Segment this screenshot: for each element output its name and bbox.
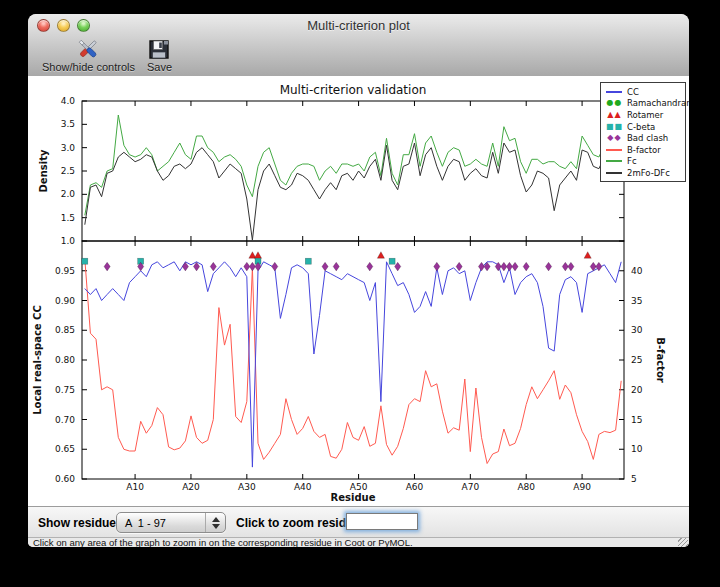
controls-bar: Show residues: A 1 - 97 Click to zoom re…: [28, 506, 689, 537]
b-factor-tick-label: 30: [631, 325, 643, 335]
bad-clash-marker: [333, 262, 339, 271]
legend-entry: ●●Ramachandran: [601, 98, 685, 110]
y-tick-label: 2.0: [61, 189, 76, 199]
chain-range-select[interactable]: A 1 - 97: [116, 512, 226, 533]
legend-swatch-triangle: ▲▲: [601, 111, 627, 119]
y-tick-label: 1.0: [61, 236, 76, 246]
y-tick-label: 1.5: [61, 213, 75, 223]
legend-entry: 2mFo-DFc: [601, 167, 685, 179]
bad-clash-marker: [523, 262, 529, 271]
x-tick-label: A20: [182, 482, 200, 492]
c-beta-marker: [389, 258, 395, 264]
cc-axis-label: Local real-space CC: [32, 305, 43, 415]
x-tick-label: A30: [238, 482, 256, 492]
rotamer-marker: [377, 252, 384, 259]
legend-entry: B-factor: [601, 144, 685, 156]
b-factor-tick-label: 25: [631, 355, 642, 365]
bad-clash-marker: [322, 262, 328, 271]
plot-legend: CC●●Ramachandran▲▲Rotamer■■C-beta◆◆Bad c…: [600, 82, 686, 182]
zoom-residue-label: Click to zoom residue:: [236, 516, 364, 530]
tools-icon: [75, 37, 101, 61]
y-tick-label: 4.0: [61, 96, 76, 106]
y-tick-label: 0.75: [55, 385, 75, 395]
legend-entry: ◆◆Bad clash: [601, 132, 685, 144]
toolbar: Show/hide controls Save: [28, 36, 689, 76]
b-factor-tick-label: 20: [631, 385, 643, 395]
titlebar[interactable]: Multi-criterion plot: [28, 14, 689, 36]
legend-label: Fc: [627, 156, 637, 166]
bad-clash-marker: [367, 262, 373, 271]
y-tick-label: 0.85: [55, 325, 75, 335]
legend-entry: ■■C-beta: [601, 121, 685, 133]
bad-clash-marker: [434, 262, 440, 271]
legend-swatch-line: [601, 172, 627, 174]
density-axis-label: Density: [38, 149, 49, 192]
x-tick-label: A70: [462, 482, 480, 492]
x-tick-label: A80: [517, 482, 535, 492]
rotamer-marker: [584, 252, 591, 259]
y-tick-label: 2.5: [61, 166, 75, 176]
c-beta-marker: [305, 258, 311, 264]
x-tick-label: A90: [573, 482, 591, 492]
zoom-window-button[interactable]: [77, 19, 90, 32]
b-factor-tick-label: 15: [631, 415, 642, 425]
plot-canvas: Multi-criterion validation4.03.53.02.52.…: [28, 76, 689, 506]
residue-axis-label: Residue: [331, 492, 376, 503]
toolbar-button-label: Show/hide controls: [42, 61, 135, 73]
x-tick-label: A50: [350, 482, 368, 492]
window-chrome: Multi-criterion plot: [28, 14, 689, 77]
resize-grip[interactable]: [678, 538, 688, 547]
b-factor-tick-label: 40: [631, 266, 643, 276]
screen: Multi-criterion plot: [0, 0, 720, 587]
two-mfo-dfc-line: [85, 141, 621, 240]
bad-clash-marker: [104, 262, 110, 271]
legend-swatch-line: [601, 91, 627, 93]
rotamer-marker: [254, 252, 261, 259]
status-message: Click on any area of the graph to zoom i…: [33, 538, 413, 547]
legend-swatch-line: [601, 149, 627, 151]
y-tick-label: 0.80: [55, 355, 75, 365]
bad-clash-marker: [456, 262, 462, 271]
b-factor-tick-label: 35: [631, 296, 642, 306]
bad-clash-marker: [512, 262, 518, 271]
show-hide-controls-button[interactable]: Show/hide controls: [36, 36, 141, 75]
y-tick-label: 0.95: [55, 266, 75, 276]
bad-clash-marker: [210, 262, 216, 271]
save-button[interactable]: Save: [141, 36, 178, 75]
bad-clash-marker: [272, 262, 278, 271]
minimize-button[interactable]: [57, 19, 70, 32]
legend-swatch-circle: ●●: [601, 99, 627, 107]
legend-swatch-square: ■■: [601, 123, 627, 131]
legend-entry: Fc: [601, 156, 685, 168]
legend-label: CC: [627, 87, 639, 97]
save-icon: [147, 37, 171, 61]
legend-label: 2mFo-DFc: [627, 168, 670, 178]
bad-clash-marker: [395, 262, 401, 271]
show-residues-label: Show residues:: [38, 516, 127, 530]
legend-label: Bad clash: [627, 133, 668, 143]
figure-title: Multi-criterion validation: [280, 83, 427, 97]
bad-clash-marker: [193, 262, 199, 271]
chain-range-value: A 1 - 97: [117, 517, 205, 529]
b-factor-axis-label: B-factor: [655, 337, 666, 382]
legend-label: B-factor: [627, 145, 661, 155]
close-button[interactable]: [37, 19, 50, 32]
legend-label: C-beta: [627, 122, 655, 132]
legend-label: Rotamer: [627, 110, 663, 120]
bad-clash-marker: [568, 262, 574, 271]
y-tick-label: 3.5: [61, 119, 75, 129]
bad-clash-marker: [596, 262, 602, 271]
traffic-lights: [37, 14, 90, 36]
b-factor-tick-label: 5: [631, 474, 637, 484]
c-beta-marker: [82, 258, 88, 264]
x-tick-label: A60: [406, 482, 424, 492]
zoom-residue-input[interactable]: [346, 513, 418, 530]
top-axes-frame: [82, 101, 624, 241]
y-tick-label: 0.65: [55, 444, 75, 454]
x-tick-label: A10: [126, 482, 144, 492]
legend-label: Ramachandran: [627, 98, 689, 108]
multi-criterion-plot[interactable]: Multi-criterion validation4.03.53.02.52.…: [28, 76, 689, 506]
toolbar-button-label: Save: [147, 61, 172, 73]
y-tick-label: 3.0: [61, 143, 76, 153]
window-title: Multi-criterion plot: [28, 18, 689, 33]
